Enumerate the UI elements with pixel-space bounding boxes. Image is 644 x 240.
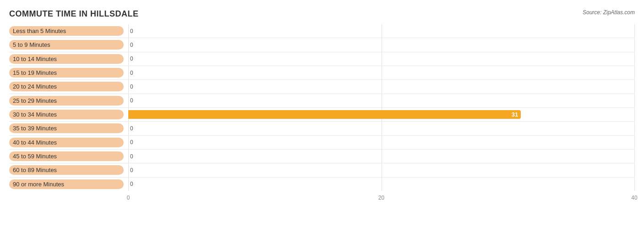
bar-row: 5 to 9 Minutes0: [9, 38, 635, 52]
bar-row: 20 to 24 Minutes0: [9, 80, 635, 94]
bar-zero-value: 0: [130, 84, 133, 90]
bar-label: 20 to 24 Minutes: [9, 82, 124, 91]
bar-row: 25 to 29 Minutes0: [9, 94, 635, 108]
bar-row: 45 to 59 Minutes0: [9, 150, 635, 163]
bar-row: 40 to 44 Minutes0: [9, 136, 635, 150]
bar-zero-value: 0: [130, 167, 133, 173]
grid-line-label: 20: [378, 195, 384, 201]
bar-track: 0: [128, 25, 635, 37]
bar-track: 0: [128, 95, 635, 106]
bar-row: 30 to 34 Minutes31: [9, 108, 635, 122]
bar-track: 0: [128, 164, 635, 176]
chart-header: COMMUTE TIME IN HILLSDALE Source: ZipAtl…: [9, 9, 635, 19]
grid-line-label: 0: [127, 195, 130, 201]
chart-container: COMMUTE TIME IN HILLSDALE Source: ZipAtl…: [0, 0, 644, 240]
bar-zero-value: 0: [130, 125, 133, 132]
bar-track: 0: [128, 137, 635, 148]
bars-area: Less than 5 Minutes05 to 9 Minutes010 to…: [9, 24, 635, 191]
bar-track: 0: [128, 123, 635, 134]
bar-zero-value: 0: [130, 97, 133, 104]
bar-track: 0: [128, 53, 635, 65]
bar-row: 60 to 89 Minutes0: [9, 163, 635, 177]
bar-row: 10 to 14 Minutes0: [9, 52, 635, 66]
chart-body: 02040 Less than 5 Minutes05 to 9 Minutes…: [9, 24, 635, 205]
bar-track: 0: [128, 67, 635, 78]
bar-label: 90 or more Minutes: [9, 179, 124, 189]
bar-label: 10 to 14 Minutes: [9, 54, 124, 64]
chart-title: COMMUTE TIME IN HILLSDALE: [9, 9, 138, 19]
bar-label: 60 to 89 Minutes: [9, 165, 124, 175]
bar-fill: 31: [128, 110, 521, 119]
bar-label: 35 to 39 Minutes: [9, 123, 124, 133]
bar-track: 0: [128, 151, 635, 162]
bar-track: 0: [128, 81, 635, 92]
bar-track: 0: [128, 179, 635, 190]
bar-row: 90 or more Minutes0: [9, 178, 635, 191]
bar-label: 40 to 44 Minutes: [9, 138, 124, 147]
chart-source: Source: ZipAtlas.com: [583, 9, 635, 16]
bar-value-inside: 31: [512, 111, 518, 118]
bar-zero-value: 0: [130, 139, 133, 145]
bar-label: 5 to 9 Minutes: [9, 40, 124, 50]
bar-zero-value: 0: [130, 153, 133, 160]
bar-row: 35 to 39 Minutes0: [9, 122, 635, 135]
bar-label: 15 to 19 Minutes: [9, 68, 124, 78]
bar-label: 25 to 29 Minutes: [9, 96, 124, 106]
bar-zero-value: 0: [130, 56, 133, 62]
bar-zero-value: 0: [130, 70, 133, 76]
bar-track: 31: [128, 109, 635, 120]
grid-line-label: 40: [631, 195, 637, 201]
bar-zero-value: 0: [130, 181, 133, 187]
bar-label: Less than 5 Minutes: [9, 26, 124, 36]
bar-track: 0: [128, 39, 635, 50]
bar-label: 30 to 34 Minutes: [9, 110, 124, 119]
bar-zero-value: 0: [130, 28, 133, 34]
bar-zero-value: 0: [130, 42, 133, 48]
bar-label: 45 to 59 Minutes: [9, 151, 124, 161]
bar-row: Less than 5 Minutes0: [9, 24, 635, 38]
bar-row: 15 to 19 Minutes0: [9, 66, 635, 80]
